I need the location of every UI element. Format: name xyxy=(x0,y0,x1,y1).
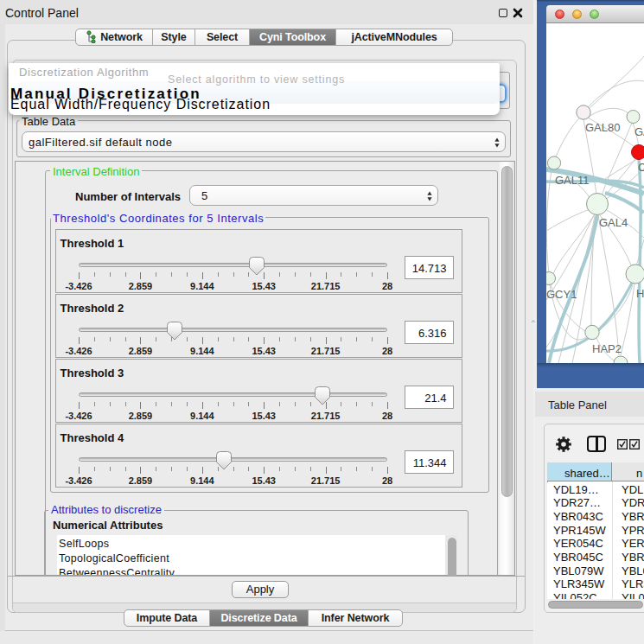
svg-text:GAL4: GAL4 xyxy=(599,216,628,229)
svg-text:GCY1: GCY1 xyxy=(546,288,577,301)
svg-text:C: C xyxy=(638,161,644,174)
svg-text:GA: GA xyxy=(634,125,644,138)
svg-text:GAL80: GAL80 xyxy=(585,121,620,134)
svg-text:H: H xyxy=(636,287,644,300)
svg-text:GAL11: GAL11 xyxy=(555,174,590,187)
svg-text:HAP2: HAP2 xyxy=(592,342,622,355)
